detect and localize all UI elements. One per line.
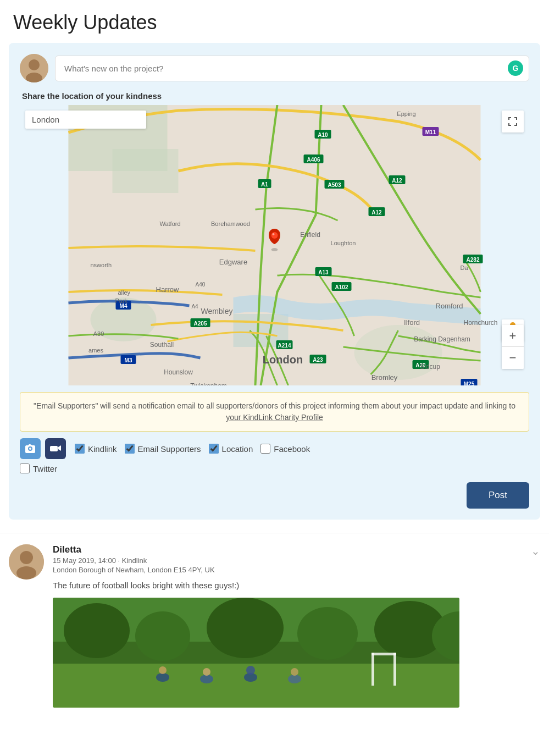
- post-input-wrapper[interactable]: G: [55, 56, 529, 81]
- svg-text:Twickenham: Twickenham: [190, 382, 227, 385]
- post-input-row: G: [20, 54, 529, 82]
- map-container: A406 A503 A10 A1 A12 A12 A13 A102 A205: [20, 105, 529, 385]
- svg-text:Park: Park: [115, 297, 128, 304]
- svg-text:A205: A205: [194, 321, 207, 327]
- kindlink-checkbox[interactable]: [75, 444, 85, 454]
- location-checkbox[interactable]: [209, 444, 219, 454]
- svg-point-99: [288, 675, 301, 683]
- feed-content: Diletta 15 May 2019, 14:00 · Kindlink Lo…: [53, 544, 540, 708]
- svg-text:A214: A214: [278, 343, 291, 349]
- svg-text:Epping: Epping: [397, 111, 415, 117]
- info-box: "Email Supporters" will send a notificat…: [20, 392, 529, 432]
- svg-text:Bromley: Bromley: [371, 373, 398, 382]
- kindlink-label: Kindlink: [88, 444, 117, 454]
- svg-text:Enfield: Enfield: [300, 231, 320, 239]
- svg-text:Wembley: Wembley: [201, 307, 232, 316]
- video-button[interactable]: [45, 438, 66, 459]
- svg-point-85: [207, 598, 284, 658]
- feed-location: London Borough of Newham, London E15 4PY…: [53, 566, 215, 574]
- svg-text:A10: A10: [318, 132, 328, 138]
- svg-text:A4: A4: [191, 303, 198, 310]
- svg-point-1: [29, 59, 40, 70]
- map-fullscreen-button[interactable]: [502, 111, 524, 133]
- charity-profile-link[interactable]: your KindLink Charity Profile: [226, 413, 323, 422]
- feed-author-name: Diletta: [53, 544, 215, 555]
- svg-text:A503: A503: [328, 182, 341, 188]
- feed-chevron-icon[interactable]: ⌄: [531, 544, 540, 558]
- post-button[interactable]: Post: [467, 482, 529, 509]
- svg-text:alley: alley: [118, 289, 131, 296]
- svg-text:Ilford: Ilford: [404, 318, 420, 327]
- location-section: Share the location of your kindness: [20, 91, 529, 385]
- svg-text:Southall: Southall: [150, 341, 174, 349]
- feed-image: [53, 598, 459, 708]
- svg-point-74: [271, 248, 278, 251]
- location-label: Share the location of your kindness: [22, 91, 529, 101]
- feed-info: Diletta 15 May 2019, 14:00 · Kindlink Lo…: [53, 544, 215, 574]
- facebook-checkbox[interactable]: [260, 444, 270, 454]
- svg-text:A12: A12: [371, 209, 382, 216]
- svg-text:Loughton: Loughton: [331, 240, 356, 246]
- svg-rect-5: [113, 149, 179, 193]
- svg-text:A1: A1: [261, 181, 268, 187]
- user-avatar: [20, 54, 48, 82]
- location-checkbox-item[interactable]: Location: [209, 444, 253, 454]
- svg-point-95: [200, 675, 213, 683]
- info-text: "Email Supporters" will send a notificat…: [34, 401, 515, 410]
- svg-point-80: [16, 566, 36, 580]
- checkbox-group: Kindlink Email Supporters Location Faceb…: [75, 444, 310, 454]
- svg-rect-89: [53, 664, 459, 708]
- svg-text:nsworth: nsworth: [91, 262, 112, 268]
- feed-header: Diletta 15 May 2019, 14:00 · Kindlink Lo…: [53, 544, 540, 574]
- svg-text:A13: A13: [318, 269, 329, 275]
- location-label-cb: Location: [222, 444, 253, 454]
- svg-text:M3: M3: [125, 357, 132, 363]
- svg-text:A30: A30: [93, 330, 104, 337]
- svg-text:Romford: Romford: [436, 302, 463, 310]
- svg-text:Barking Dagenham: Barking Dagenham: [414, 335, 470, 343]
- svg-text:London: London: [263, 354, 303, 366]
- twitter-label: Twitter: [33, 464, 57, 473]
- svg-text:Da: Da: [460, 264, 468, 271]
- svg-text:Sidcup: Sidcup: [420, 363, 440, 371]
- svg-text:A406: A406: [307, 157, 320, 163]
- svg-point-7: [354, 325, 442, 380]
- svg-text:Harrow: Harrow: [156, 285, 180, 294]
- svg-point-84: [135, 611, 190, 661]
- svg-point-86: [297, 607, 358, 660]
- svg-point-79: [20, 551, 33, 564]
- svg-point-83: [64, 603, 130, 658]
- twitter-checkbox-item[interactable]: Twitter: [20, 463, 57, 473]
- svg-rect-92: [371, 653, 396, 655]
- email-supporters-checkbox[interactable]: [125, 444, 135, 454]
- svg-text:M25: M25: [464, 381, 475, 385]
- svg-rect-90: [371, 653, 374, 686]
- svg-point-76: [273, 233, 275, 235]
- email-supporters-checkbox-item[interactable]: Email Supporters: [125, 444, 201, 454]
- svg-text:Hounslow: Hounslow: [164, 368, 193, 376]
- svg-point-94: [159, 666, 167, 674]
- svg-text:B: B: [289, 105, 292, 106]
- post-card: G Share the location of your kindness: [9, 43, 540, 520]
- svg-text:ames: ames: [88, 347, 103, 354]
- svg-text:M11: M11: [425, 129, 436, 135]
- media-icons: [20, 438, 66, 459]
- svg-text:A23: A23: [313, 357, 323, 363]
- post-text-input[interactable]: [64, 64, 520, 73]
- twitter-checkbox[interactable]: [20, 463, 30, 473]
- map-search-input[interactable]: London: [25, 111, 146, 129]
- facebook-checkbox-item[interactable]: Facebook: [260, 444, 310, 454]
- svg-point-93: [156, 673, 169, 682]
- svg-text:Borehamwood: Borehamwood: [211, 220, 250, 227]
- map-zoom-in-button[interactable]: +: [502, 325, 524, 347]
- svg-point-75: [271, 232, 278, 239]
- share-options: Kindlink Email Supporters Location Faceb…: [20, 438, 529, 459]
- kindlink-checkbox-item[interactable]: Kindlink: [75, 444, 117, 454]
- svg-text:A12: A12: [392, 178, 402, 184]
- facebook-label: Facebook: [274, 444, 310, 454]
- map-zoom-out-button[interactable]: −: [502, 347, 524, 369]
- page-title: Weekly Updates: [0, 0, 549, 43]
- camera-button[interactable]: [20, 438, 41, 459]
- svg-text:Edgware: Edgware: [219, 258, 247, 266]
- svg-text:A282: A282: [467, 257, 480, 263]
